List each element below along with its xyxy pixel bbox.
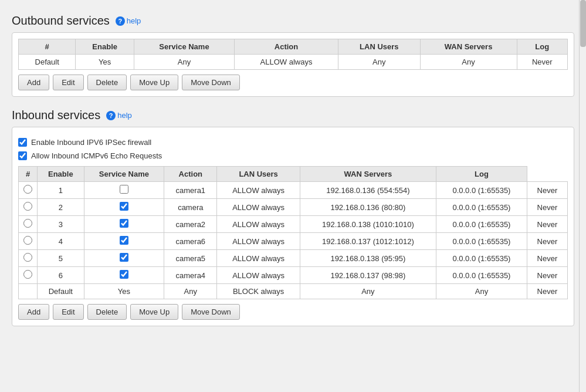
main-content: Outbound services ? help # Enable Servic… (0, 0, 586, 344)
inbound-row-service: camera4 (164, 267, 217, 284)
inbound-row-lan: 192.168.0.138 (95:95) (300, 250, 436, 267)
inbound-row-service: camera6 (164, 233, 217, 250)
inbound-col-lan-users: LAN Users (217, 167, 300, 182)
outbound-row-enable: Yes (76, 55, 134, 70)
inbound-row-wan: 0.0.0.0 (1:65535) (436, 216, 527, 233)
outbound-title: Outbound services (12, 14, 110, 28)
scrollbar-thumb[interactable] (580, 0, 586, 47)
inbound-checkbox1-label: Enable Inbound IPV6 IPSec firewall (31, 138, 151, 147)
inbound-row-wan: 0.0.0.0 (1:65535) (436, 199, 527, 216)
inbound-row-enable-checkbox[interactable] (120, 202, 128, 211)
outbound-col-service-name: Service Name (134, 39, 235, 55)
inbound-col-enable: Enable (38, 167, 84, 182)
outbound-col-num: # (19, 39, 76, 55)
inbound-row-enable-checkbox[interactable] (120, 185, 128, 194)
inbound-checkbox2-label: Allow Inbound ICMPv6 Echo Requests (31, 151, 162, 160)
outbound-row-num: Default (19, 55, 76, 70)
outbound-move-up-button[interactable]: Move Up (130, 75, 178, 90)
inbound-row-enable-checkbox[interactable] (120, 270, 128, 279)
inbound-row-lan: 192.168.0.137 (98:98) (300, 267, 436, 284)
inbound-row: 2 camera ALLOW always 192.168.0.136 (80:… (19, 199, 568, 216)
outbound-add-button[interactable]: Add (18, 75, 49, 90)
inbound-help-label: help (117, 111, 132, 120)
outbound-help-label: help (127, 16, 141, 25)
inbound-row-action: ALLOW always (217, 233, 300, 250)
inbound-row-log: Never (527, 233, 567, 250)
inbound-default-radio-cell (19, 284, 38, 299)
outbound-table: # Enable Service Name Action LAN Users W… (18, 39, 568, 70)
outbound-row-log: Never (517, 55, 567, 70)
inbound-panel: Enable Inbound IPV6 IPSec firewall Allow… (12, 127, 574, 326)
inbound-row-wan: 0.0.0.0 (1:65535) (436, 250, 527, 267)
inbound-row-enable-cell (84, 233, 164, 250)
inbound-row-radio[interactable] (23, 202, 32, 211)
inbound-move-down-button[interactable]: Move Down (182, 304, 240, 320)
inbound-col-num: # (19, 167, 38, 182)
inbound-row-radio[interactable] (23, 219, 32, 228)
inbound-row: 5 camera5 ALLOW always 192.168.0.138 (95… (19, 250, 568, 267)
inbound-row-radio[interactable] (23, 236, 32, 245)
inbound-row-service: camera5 (164, 250, 217, 267)
inbound-row-radio-cell (19, 216, 38, 233)
inbound-row-radio[interactable] (23, 185, 32, 194)
inbound-row-enable-checkbox[interactable] (120, 236, 128, 245)
outbound-panel: # Enable Service Name Action LAN Users W… (12, 32, 574, 97)
inbound-row-lan: 192.168.0.136 (554:554) (300, 182, 436, 199)
inbound-row-lan: 192.168.0.136 (80:80) (300, 199, 436, 216)
inbound-checkbox2-row: Allow Inbound ICMPv6 Echo Requests (18, 151, 568, 160)
inbound-row-log: Never (527, 216, 567, 233)
inbound-row-wan: 0.0.0.0 (1:65535) (436, 182, 527, 199)
inbound-row-action: ALLOW always (217, 199, 300, 216)
inbound-row-enable-checkbox[interactable] (120, 253, 128, 262)
inbound-default-enable: Yes (84, 284, 164, 299)
inbound-default-num: Default (38, 284, 84, 299)
inbound-row-wan: 0.0.0.0 (1:65535) (436, 267, 527, 284)
inbound-row-num: 1 (38, 182, 84, 199)
outbound-col-action: Action (235, 39, 338, 55)
inbound-row-log: Never (527, 199, 567, 216)
inbound-row-log: Never (527, 182, 567, 199)
inbound-default-log: Never (527, 284, 567, 299)
outbound-delete-button[interactable]: Delete (87, 75, 127, 90)
inbound-row-radio-cell (19, 233, 38, 250)
inbound-button-row: Add Edit Delete Move Up Move Down (18, 304, 568, 320)
inbound-row: 4 camera6 ALLOW always 192.168.0.137 (10… (19, 233, 568, 250)
inbound-row-enable-cell (84, 267, 164, 284)
inbound-row: 3 camera2 ALLOW always 192.168.0.138 (10… (19, 216, 568, 233)
inbound-default-wan: Any (436, 284, 527, 299)
outbound-edit-button[interactable]: Edit (53, 75, 83, 90)
outbound-col-lan-users: LAN Users (338, 39, 421, 55)
outbound-help-link[interactable]: ? help (116, 16, 141, 26)
inbound-row-num: 5 (38, 250, 84, 267)
inbound-col-log: Log (436, 167, 527, 182)
inbound-row-enable-cell (84, 182, 164, 199)
inbound-row-radio[interactable] (23, 270, 32, 279)
inbound-title: Inbound services (12, 109, 100, 122)
inbound-checkbox2[interactable] (18, 151, 27, 160)
inbound-delete-button[interactable]: Delete (87, 304, 127, 320)
inbound-add-button[interactable]: Add (18, 304, 49, 320)
inbound-row-enable-checkbox[interactable] (120, 219, 128, 228)
inbound-row-action: ALLOW always (217, 216, 300, 233)
outbound-col-enable: Enable (76, 39, 134, 55)
inbound-row-log: Never (527, 250, 567, 267)
inbound-help-link[interactable]: ? help (106, 111, 132, 120)
inbound-checkbox1[interactable] (18, 138, 27, 147)
inbound-help-icon: ? (106, 111, 116, 120)
inbound-edit-button[interactable]: Edit (53, 304, 83, 320)
outbound-row-wan: Any (420, 55, 517, 70)
inbound-move-up-button[interactable]: Move Up (130, 304, 178, 320)
inbound-col-action: Action (164, 167, 217, 182)
inbound-row: 1 camera1 ALLOW always 192.168.0.136 (55… (19, 182, 568, 199)
inbound-default-action: BLOCK always (217, 284, 300, 299)
inbound-row-num: 4 (38, 233, 84, 250)
outbound-default-row: Default Yes Any ALLOW always Any Any Nev… (19, 55, 568, 70)
inbound-row-action: ALLOW always (217, 250, 300, 267)
outbound-move-down-button[interactable]: Move Down (182, 75, 240, 90)
scrollbar-track[interactable] (579, 0, 586, 392)
inbound-row-service: camera2 (164, 216, 217, 233)
inbound-row-radio[interactable] (23, 253, 32, 262)
inbound-row-radio-cell (19, 199, 38, 216)
inbound-row-action: ALLOW always (217, 182, 300, 199)
inbound-row-lan: 192.168.0.137 (1012:1012) (300, 233, 436, 250)
